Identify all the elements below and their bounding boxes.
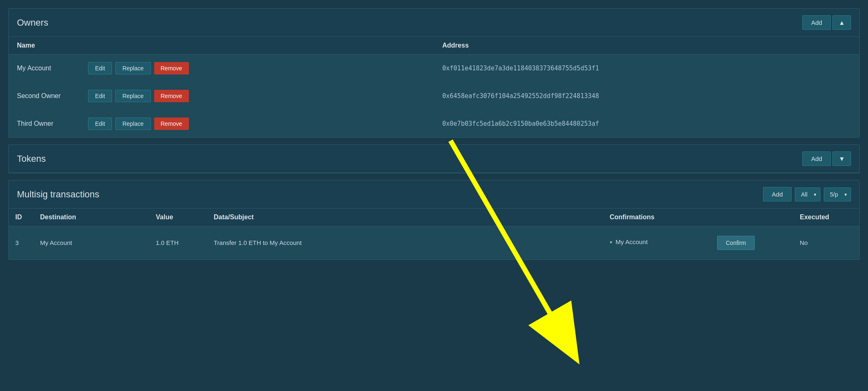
- tx-destination-1: My Account: [33, 234, 149, 251]
- owner-name-1: My Account: [17, 65, 83, 72]
- tx-executed-1: No: [793, 234, 859, 251]
- tx-value-1: 1.0 ETH: [149, 234, 207, 251]
- owner-name-3: Third Owner: [17, 120, 83, 127]
- owner-replace-button-3[interactable]: Replace: [115, 118, 150, 130]
- transactions-header: Multisig transactions Add All 5/p: [9, 180, 859, 209]
- owner-replace-button-2[interactable]: Replace: [115, 90, 150, 102]
- tokens-header-buttons: Add ▼: [802, 151, 851, 166]
- owner-edit-button-3[interactable]: Edit: [88, 118, 112, 130]
- tokens-title: Tokens: [17, 154, 46, 164]
- owner-name-cell-3: Third Owner Edit Replace Remove: [9, 114, 434, 133]
- tokens-header: Tokens Add ▼: [9, 145, 859, 173]
- owner-remove-button-2[interactable]: Remove: [154, 90, 189, 102]
- owner-actions-2: Edit Replace Remove: [88, 90, 189, 102]
- filter-select-wrapper: All: [795, 187, 820, 201]
- owner-address-2: 0x6458eafc3076f104a25492552ddf98f2248133…: [434, 89, 859, 103]
- tx-row-1: 3 My Account 1.0 ETH Transfer 1.0 ETH to…: [9, 226, 859, 259]
- perpage-select[interactable]: 5/p: [824, 187, 851, 201]
- owner-name-cell-1: My Account Edit Replace Remove: [9, 59, 434, 78]
- filter-select[interactable]: All: [795, 187, 820, 201]
- owner-row-1: My Account Edit Replace Remove 0xf011e41…: [9, 55, 859, 82]
- transactions-section: Multisig transactions Add All 5/p: [8, 180, 860, 260]
- owner-edit-button-1[interactable]: Edit: [88, 62, 112, 74]
- transactions-title: Multisig transactions: [17, 189, 99, 200]
- tx-confirm-cell-1: Confirm: [711, 231, 793, 255]
- tx-confirmations-1: My Account: [603, 233, 711, 252]
- owners-name-header: Name: [9, 37, 434, 54]
- owner-remove-button-1[interactable]: Remove: [154, 62, 189, 74]
- owner-name-cell-2: Second Owner Edit Replace Remove: [9, 86, 434, 106]
- owner-row-3: Third Owner Edit Replace Remove 0x0e7b03…: [9, 110, 859, 137]
- tx-header-confirm-action: [711, 209, 793, 226]
- tx-header-destination: Destination: [33, 209, 149, 226]
- owners-table-header: Name Address: [9, 37, 859, 55]
- confirmation-item-1: My Account: [610, 238, 704, 247]
- confirm-button-1[interactable]: Confirm: [717, 236, 755, 250]
- tokens-section: Tokens Add ▼: [8, 144, 860, 173]
- tokens-expand-button[interactable]: ▼: [832, 151, 851, 166]
- tx-header-executed: Executed: [793, 209, 859, 226]
- owner-address-1: 0xf011e41823de7a3de1184038373648755d5d53…: [434, 61, 859, 75]
- owner-actions-1: Edit Replace Remove: [88, 62, 189, 74]
- owner-replace-button-1[interactable]: Replace: [115, 62, 150, 74]
- tx-data-subject-1: Transfer 1.0 ETH to My Account: [207, 234, 603, 251]
- tx-header-id: ID: [9, 209, 33, 226]
- transactions-table-header: ID Destination Value Data/Subject Confir…: [9, 209, 859, 226]
- owners-section: Owners Add ▲ Name Address My Account Edi…: [8, 8, 860, 138]
- owners-header-buttons: Add ▲: [802, 15, 851, 30]
- owner-remove-button-3[interactable]: Remove: [154, 118, 189, 130]
- owner-row-2: Second Owner Edit Replace Remove 0x6458e…: [9, 82, 859, 110]
- owner-name-2: Second Owner: [17, 92, 83, 100]
- perpage-select-wrapper: 5/p: [824, 187, 851, 201]
- transactions-add-button[interactable]: Add: [763, 187, 792, 201]
- transactions-controls: Add All 5/p: [763, 187, 851, 201]
- tx-id-1: 3: [9, 234, 33, 251]
- owners-address-header: Address: [434, 37, 859, 54]
- tx-header-value: Value: [149, 209, 207, 226]
- owner-edit-button-2[interactable]: Edit: [88, 90, 112, 102]
- owners-add-button[interactable]: Add: [802, 15, 831, 30]
- tokens-add-button[interactable]: Add: [802, 151, 831, 166]
- owners-header: Owners Add ▲: [9, 9, 859, 37]
- tx-header-data-subject: Data/Subject: [207, 209, 603, 226]
- owners-collapse-button[interactable]: ▲: [832, 15, 851, 30]
- tx-header-confirmations: Confirmations: [603, 209, 711, 226]
- owner-actions-3: Edit Replace Remove: [88, 118, 189, 130]
- confirmation-name-1: My Account: [615, 238, 648, 245]
- page-container: Owners Add ▲ Name Address My Account Edi…: [8, 8, 860, 260]
- owners-title: Owners: [17, 17, 48, 28]
- owner-address-3: 0x0e7b03fc5ed1a6b2c9150ba0e63b5e84480253…: [434, 117, 859, 131]
